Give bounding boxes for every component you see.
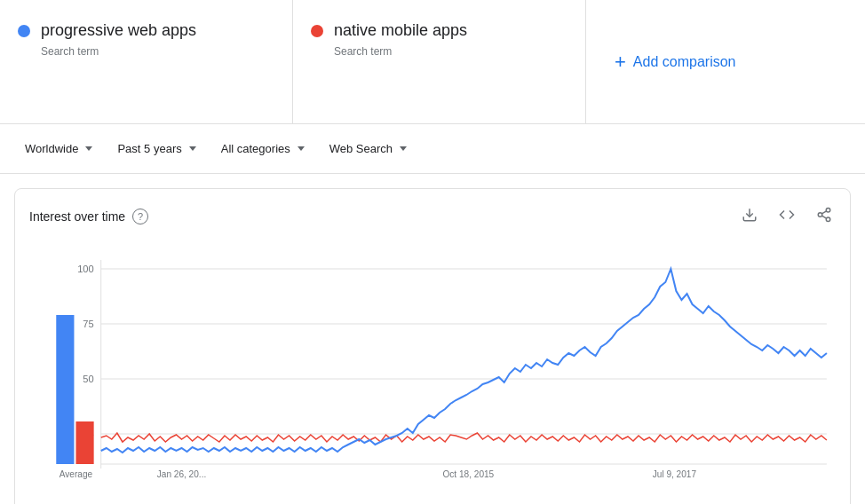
add-comparison-button[interactable]: + Add comparison — [586, 0, 865, 123]
svg-text:Oct 18, 2015: Oct 18, 2015 — [443, 469, 495, 479]
interest-chart: 100 75 50 25 Average Jan 26, 20... Oct 1… — [29, 251, 836, 482]
download-icon[interactable] — [738, 203, 761, 230]
svg-point-1 — [826, 209, 830, 213]
interest-actions — [738, 203, 836, 230]
interest-section: Interest over time ? 100 — [14, 188, 851, 504]
search-type-filter-label: Web Search — [329, 142, 393, 155]
svg-text:Jan 26, 20...: Jan 26, 20... — [157, 469, 206, 479]
time-chevron-icon — [189, 146, 196, 151]
term1-text: progressive web apps Search term — [41, 21, 196, 58]
share-icon[interactable] — [813, 203, 836, 230]
filter-bar: Worldwide Past 5 years All categories We… — [0, 124, 865, 174]
svg-point-3 — [826, 217, 830, 222]
red-avg-bar — [75, 421, 93, 464]
search-type-chevron-icon — [400, 146, 407, 151]
svg-text:75: 75 — [83, 319, 93, 329]
term1-dot — [18, 25, 30, 37]
category-chevron-icon — [298, 146, 305, 151]
region-filter-button[interactable]: Worldwide — [14, 135, 103, 162]
svg-text:Jul 9, 2017: Jul 9, 2017 — [653, 469, 697, 479]
region-chevron-icon — [85, 146, 92, 151]
search-term-card-1[interactable]: progressive web apps Search term — [0, 0, 293, 123]
plus-icon: + — [615, 51, 626, 74]
svg-line-4 — [821, 216, 826, 218]
svg-text:Average: Average — [60, 469, 93, 479]
chart-container: 100 75 50 25 Average Jan 26, 20... Oct 1… — [15, 244, 850, 504]
help-icon[interactable]: ? — [132, 209, 148, 224]
term1-label: progressive web apps — [41, 21, 196, 40]
category-filter-button[interactable]: All categories — [210, 135, 315, 162]
term2-sublabel: Search term — [334, 45, 392, 58]
region-filter-label: Worldwide — [25, 142, 78, 155]
add-comparison-label: Add comparison — [633, 54, 736, 70]
search-term-card-2[interactable]: native mobile apps Search term — [293, 0, 586, 123]
term2-dot — [311, 25, 323, 37]
term2-label: native mobile apps — [334, 21, 467, 40]
category-filter-label: All categories — [221, 142, 290, 155]
time-filter-button[interactable]: Past 5 years — [107, 135, 206, 162]
interest-title: Interest over time — [29, 209, 125, 224]
search-type-filter-button[interactable]: Web Search — [319, 135, 417, 162]
blue-avg-bar — [56, 315, 74, 464]
interest-header: Interest over time ? — [15, 203, 850, 244]
term1-sublabel: Search term — [41, 45, 99, 58]
svg-text:100: 100 — [77, 264, 93, 274]
embed-icon[interactable] — [775, 203, 798, 230]
svg-point-2 — [818, 213, 822, 217]
search-terms-bar: progressive web apps Search term native … — [0, 0, 865, 124]
interest-title-group: Interest over time ? — [29, 209, 148, 224]
time-filter-label: Past 5 years — [117, 142, 181, 155]
term2-text: native mobile apps Search term — [334, 21, 467, 58]
svg-line-5 — [821, 211, 826, 214]
svg-text:50: 50 — [83, 374, 93, 384]
